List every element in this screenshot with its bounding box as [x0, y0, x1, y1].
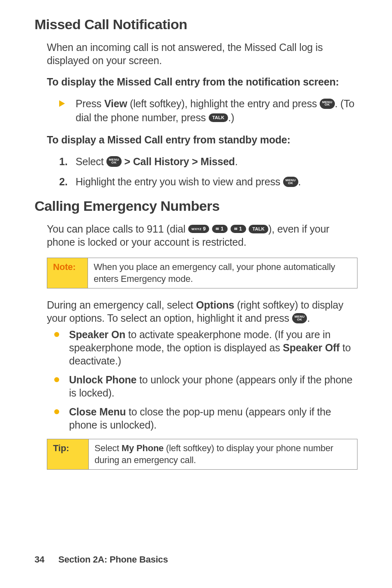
- text: Select: [95, 443, 122, 453]
- talk-key-icon: TALK: [249, 225, 268, 233]
- text: Select: [76, 156, 106, 167]
- text: .: [235, 156, 238, 167]
- option-speaker-on: Speaker On to activate speakerphone mode…: [54, 328, 357, 367]
- option-title-off: Speaker Off: [283, 342, 339, 353]
- step-view: Press View (left softkey), highlight the…: [59, 97, 357, 125]
- option-title: Speaker On: [69, 329, 125, 340]
- subhead-standby: To display a Missed Call entry from stan…: [35, 134, 357, 146]
- option-unlock-phone: Unlock Phone to unlock your phone (appea…: [54, 373, 357, 399]
- step-2: 2. Highlight the entry you wish to view …: [59, 175, 357, 189]
- menu-ok-key-icon: MENUOK: [292, 313, 307, 324]
- step-number: 1.: [59, 155, 67, 169]
- softkey-options: Options: [196, 299, 234, 311]
- tip-label: Tip:: [47, 439, 89, 470]
- text: During an emergency call, select: [47, 299, 196, 311]
- text: .): [228, 112, 234, 123]
- option-bullet-list: Speaker On to activate speakerphone mode…: [35, 328, 357, 431]
- heading-missed-call: Missed Call Notification: [35, 16, 357, 32]
- text: Press: [76, 98, 104, 109]
- manual-page: Missed Call Notification When an incomin…: [0, 0, 392, 588]
- step-list-standby: 1. Select MENUOK > Call History > Missed…: [35, 155, 357, 189]
- step-number: 2.: [59, 175, 67, 189]
- menu-ok-key-icon: MENUOK: [106, 156, 122, 167]
- note-body: When you place an emergency call, your p…: [88, 258, 357, 288]
- talk-key-icon: TALK: [209, 113, 228, 122]
- option-title: Unlock Phone: [69, 374, 136, 385]
- key-1-icon: ✉ 1: [212, 225, 228, 233]
- option-title: Close Menu: [69, 406, 126, 417]
- text: .: [298, 176, 301, 187]
- page-footer: 34Section 2A: Phone Basics: [35, 554, 168, 565]
- step-list-notif: Press View (left softkey), highlight the…: [35, 97, 357, 125]
- key-1-icon: ✉ 1: [231, 225, 246, 233]
- tip-box: Tip: Select My Phone (left softkey) to d…: [47, 439, 357, 470]
- tip-body: Select My Phone (left softkey) to displa…: [89, 439, 357, 470]
- option-close-menu: Close Menu to close the pop-up menu (app…: [54, 405, 357, 431]
- heading-emergency: Calling Emergency Numbers: [35, 198, 357, 214]
- paragraph-911: You can place calls to 911 (dial WXYZ 9 …: [35, 222, 357, 249]
- menu-ok-key-icon: MENUOK: [283, 177, 298, 187]
- page-number: 34: [35, 554, 44, 565]
- menu-path: > Call History > Missed: [122, 156, 235, 167]
- text: .: [307, 312, 310, 324]
- step-1: 1. Select MENUOK > Call History > Missed…: [59, 155, 357, 169]
- note-box: Note: When you place an emergency call, …: [47, 258, 357, 288]
- paragraph-intro: When an incoming call is not answered, t…: [35, 41, 357, 67]
- note-label: Note:: [47, 258, 88, 288]
- menu-ok-key-icon: MENUOK: [320, 99, 335, 109]
- paragraph-options: During an emergency call, select Options…: [35, 298, 357, 325]
- text: (left softkey), highlight the entry and …: [127, 98, 320, 109]
- softkey-view: View: [104, 98, 127, 109]
- subhead-notif-screen: To display the Missed Call entry from th…: [35, 76, 357, 88]
- section-label: Section 2A: Phone Basics: [58, 554, 168, 565]
- key-9-icon: WXYZ 9: [188, 225, 209, 233]
- text: Highlight the entry you wish to view and…: [76, 176, 283, 187]
- text: You can place calls to 911 (dial: [47, 223, 188, 235]
- softkey-my-phone: My Phone: [122, 443, 164, 453]
